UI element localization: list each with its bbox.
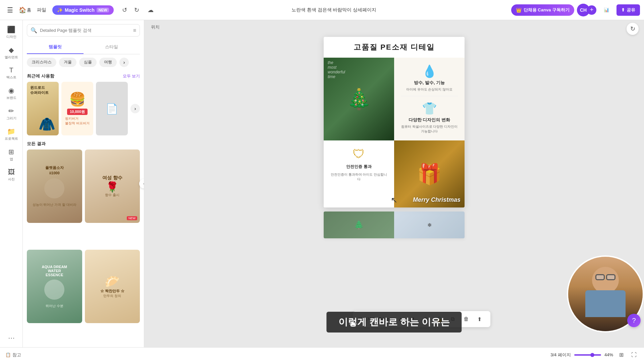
menu-button[interactable]: ☰ xyxy=(4,4,16,16)
stats-button[interactable]: 📊 xyxy=(599,5,614,15)
reference-icon: 📋 xyxy=(5,352,11,357)
filter-icon[interactable]: ≡ xyxy=(133,27,136,34)
left-panel: 🔍 ≡ 템플릿 스타일 크리스마스 겨울 심플 여행 xyxy=(23,20,144,347)
results-grid: 플렛폼소자ii1000 성능이 뛰어난 가격 할 대비라 여성 향수 🌹 향수 … xyxy=(23,149,144,347)
new-badge: NEW xyxy=(97,8,109,12)
feature1-title: 방수, 발수, 기능 xyxy=(414,80,445,86)
see-all-button[interactable]: 모두 보기 xyxy=(123,73,140,79)
zoom-level: 44% xyxy=(604,352,613,357)
safety-title: 안전인증 통과 xyxy=(346,164,371,170)
photo-icon: 🖼 xyxy=(8,168,15,176)
new-tag: NEW xyxy=(127,216,137,220)
subscribe-button[interactable]: 👑 단채용 Canva 구독하기 xyxy=(511,4,574,16)
fullscreen-icon: ⛶ xyxy=(631,352,637,358)
folder-icon: 📁 xyxy=(7,127,15,135)
recent-next-button[interactable]: › xyxy=(130,104,140,113)
christmas-tree-image: 🎄 themostwonderfultime xyxy=(324,58,394,140)
recent-template-1[interactable]: 윈드로드슈퍼라이트 xyxy=(27,82,59,135)
brand-icon: ◉ xyxy=(8,86,14,95)
search-area: 🔍 ≡ xyxy=(23,20,144,41)
ornament-decoration: 🎁 xyxy=(417,162,442,186)
design-title: 고품질 PE소재 디테일 xyxy=(329,42,459,52)
document-title: 노란색 흰색 검은색 바람막이 상세페이지 xyxy=(159,7,508,13)
chip-travel[interactable]: 여행 xyxy=(99,58,117,67)
canvas-area[interactable]: 위치 ↻ 고품질 PE소재 디테일 🎄 themostwonderfultime xyxy=(144,20,644,347)
result-card-1[interactable]: 플렛폼소자ii1000 성능이 뛰어난 가격 할 대비라 xyxy=(27,149,82,223)
sidebar-item-design[interactable]: ⬛ 디자인 xyxy=(2,23,21,42)
search-icon: 🔍 xyxy=(31,27,37,34)
chart-icon: 📊 xyxy=(604,7,609,12)
crown-icon: 👑 xyxy=(516,7,522,13)
help-button[interactable]: ? xyxy=(627,314,641,327)
feature2-title: 다양한 디자인의 변화 xyxy=(409,117,450,123)
redo-button[interactable]: ↻ xyxy=(131,5,142,15)
features-box: 💧 방수, 발수, 기능 아이에 유아도 손상되지 않아요 👕 다양한 디자인의… xyxy=(394,58,465,140)
undo-button[interactable]: ↺ xyxy=(119,5,130,15)
home-button[interactable]: 🏠 홈 xyxy=(19,4,31,16)
christmas-ornament-image: 🎁 Merry Christmas xyxy=(394,140,465,207)
sidebar-item-projects[interactable]: 📁 프로젝트 xyxy=(2,125,21,144)
bottom-bar: 📋 참고 3/4 페이지 44% ⊞ ⛶ xyxy=(0,347,644,362)
magic-switch-button[interactable]: ✨ Magic Switch NEW xyxy=(52,5,114,15)
result-card-3[interactable]: AQUA DREAMWATERESSENCE 뛰어난 수분 xyxy=(27,250,82,323)
sidebar-item-draw[interactable]: ✏ 그리기 xyxy=(2,104,21,123)
result-card-2[interactable]: 여성 향수 🌹 향수 출시 NEW xyxy=(85,149,140,223)
recent-templates: 윈드로드슈퍼라이트 🍔 10,000원 핑키버거불장착 버프버거 📄 › xyxy=(23,82,144,138)
share-button[interactable]: ⬆ 공유 xyxy=(616,4,640,16)
all-results-label: 모든 결과 xyxy=(27,141,46,147)
recent-label: 최근에 사용함 xyxy=(27,73,54,79)
search-box: 🔍 ≡ xyxy=(27,24,140,37)
merry-christmas-text: Merry Christmas xyxy=(413,196,461,203)
next-page-preview: 🌲 ❄ xyxy=(324,212,465,238)
safety-desc: 안전인증이 통과하여 아이도 안심합니다 xyxy=(330,172,387,182)
more-icon: ⋯ xyxy=(8,334,15,342)
help-icon: ? xyxy=(632,317,636,324)
elements-icon: ◆ xyxy=(9,46,14,54)
filter-chips: 크리스마스 겨울 심플 여행 › xyxy=(23,54,144,70)
waterproof-icon: 💧 xyxy=(422,64,437,78)
result-card-4[interactable]: 🥟 ☆ 짝찬만두 ☆ 만두의 정의 xyxy=(85,250,140,323)
design-header: 고품질 PE소재 디테일 xyxy=(324,37,465,58)
sidebar-item-brand[interactable]: ◉ 브랜드 xyxy=(2,84,21,103)
chip-winter[interactable]: 겨울 xyxy=(59,58,76,67)
design-icon: ⬛ xyxy=(7,25,15,34)
delete-button[interactable]: 🗑 xyxy=(461,314,472,324)
share-page-button[interactable]: ⬆ xyxy=(474,314,485,324)
share-icon: ⬆ xyxy=(621,7,625,12)
tab-style[interactable]: 스타일 xyxy=(84,41,140,54)
canvas-location-label: 위치 xyxy=(151,24,160,30)
grid-view-button[interactable]: ⊞ xyxy=(616,350,626,360)
reference-button[interactable]: 📋 참고 xyxy=(5,352,21,358)
add-member-button[interactable]: + xyxy=(587,5,596,15)
sidebar-item-more[interactable]: ⋯ xyxy=(2,331,21,345)
refresh-button[interactable]: ↻ xyxy=(627,23,639,35)
refresh-icon: ↻ xyxy=(630,25,635,33)
chip-simple[interactable]: 심플 xyxy=(79,58,97,67)
sidebar-icon-bar: ⬛ 디자인 ◆ 엘리먼트 T 텍스트 ◉ 브랜드 ✏ 그리기 📁 프로젝트 ⊞ … xyxy=(0,20,23,347)
design-variety-icon: 👕 xyxy=(422,102,437,116)
design-grid: 🎄 themostwonderfultime 💧 방수, 발수, 기능 아이에 … xyxy=(324,58,465,207)
tab-templates[interactable]: 템플릿 xyxy=(27,41,84,54)
cloud-save-button[interactable]: ☁ xyxy=(145,4,157,16)
chip-christmas[interactable]: 크리스마스 xyxy=(27,58,56,67)
fullscreen-button[interactable]: ⛶ xyxy=(629,350,639,360)
sidebar-item-text[interactable]: T 텍스트 xyxy=(2,64,21,82)
sidebar-item-apps[interactable]: ⊞ 앱 xyxy=(2,145,21,164)
search-input[interactable] xyxy=(40,28,130,33)
recent-template-2[interactable]: 🍔 10,000원 핑키버거불장착 버프버거 xyxy=(61,82,93,135)
sidebar-item-photos[interactable]: 🖼 사진 xyxy=(2,166,21,184)
christmas-decoration: 🎄 xyxy=(346,87,372,111)
subtitle-bar: 이렇게 캔바로 하는 이유는 xyxy=(326,312,462,333)
feature2-desc: 컴퓨터 픽셀사이즈로 다양한 디자인이 가능합니다 xyxy=(401,124,458,134)
sidebar-item-elements[interactable]: ◆ 엘리먼트 xyxy=(2,43,21,62)
recent-section-header: 최근에 사용함 모두 보기 xyxy=(23,70,144,82)
chips-next-button[interactable]: › xyxy=(119,58,129,67)
feature1-desc: 아이에 유아도 손상되지 않아요 xyxy=(406,87,452,92)
zoom-slider[interactable] xyxy=(574,354,601,356)
text-icon: T xyxy=(9,66,13,74)
file-button[interactable]: 파일 xyxy=(34,5,50,15)
recent-template-3[interactable]: 📄 xyxy=(96,82,128,135)
design-page[interactable]: 고품질 PE소재 디테일 🎄 themostwonderfultime 💧 방수… xyxy=(324,37,465,207)
cloud-icon: ☁ xyxy=(148,6,154,14)
apps-icon: ⊞ xyxy=(8,148,14,156)
